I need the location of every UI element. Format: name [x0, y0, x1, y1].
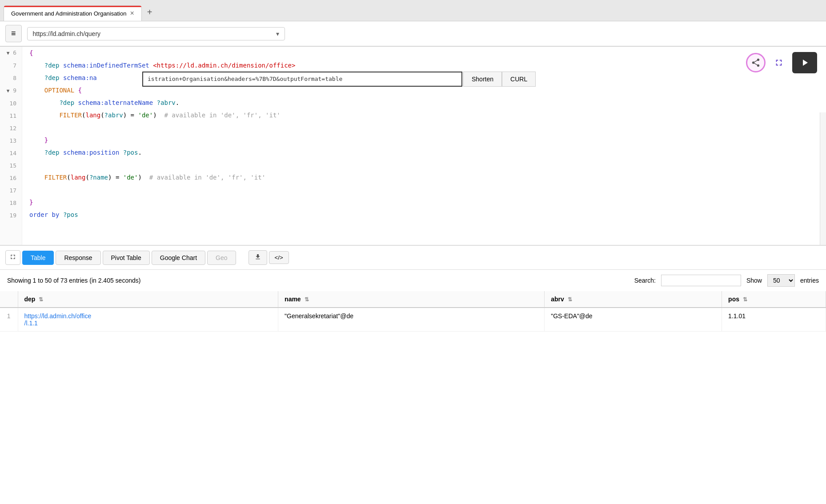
entries-label: entries	[800, 277, 819, 284]
results-tabs-bar: Table Response Pivot Table Google Chart …	[0, 246, 826, 270]
col-num	[0, 291, 18, 308]
editor-scrollbar[interactable]	[820, 112, 826, 245]
download-button[interactable]	[249, 250, 267, 265]
search-input[interactable]	[661, 275, 741, 286]
show-label: Show	[746, 277, 762, 284]
tab-table[interactable]: Table	[22, 251, 54, 265]
tab-geo[interactable]: Geo	[207, 251, 236, 265]
results-count-text: Showing 1 to 50 of 73 entries (in 2.405 …	[7, 277, 140, 284]
run-query-button[interactable]	[792, 52, 817, 73]
tab-pivot-table[interactable]: Pivot Table	[103, 251, 150, 265]
url-popup: istration+Organisation&headers=%7B%7D&ou…	[142, 72, 536, 87]
results-area: Table Response Pivot Table Google Chart …	[0, 246, 826, 332]
dep-link[interactable]: https://ld.admin.ch/office/l.1.1	[24, 312, 92, 327]
expand-editor-button[interactable]	[769, 53, 789, 72]
new-tab-button[interactable]: +	[142, 4, 158, 21]
download-icon	[254, 253, 261, 260]
code-line-14: ?dep schema:position ?pos.	[29, 146, 819, 159]
code-line-17	[29, 184, 819, 196]
url-text: https://ld.admin.ch/query	[33, 30, 273, 37]
code-button[interactable]: </>	[269, 251, 289, 264]
tab-close-button[interactable]: ×	[130, 9, 134, 17]
expand-results-button[interactable]	[5, 250, 20, 265]
tab-response[interactable]: Response	[56, 251, 100, 265]
row-name: "Generalsekretariat"@de	[278, 308, 545, 332]
line-numbers: ▼ 6 7 8 ▼ 9 10 11 12 13 14 15 16 17 18 1…	[0, 47, 22, 245]
expand-small-icon	[9, 253, 16, 260]
expand-icon	[774, 58, 784, 68]
editor-actions	[746, 52, 817, 73]
code-line-11: FILTER(lang(?abrv) = 'de') # available i…	[29, 109, 819, 121]
code-line-13: }	[29, 134, 819, 146]
tab-google-chart[interactable]: Google Chart	[152, 251, 205, 265]
curl-button[interactable]: CURL	[502, 72, 536, 87]
row-num: 1	[0, 308, 18, 332]
code-line-18: }	[29, 196, 819, 208]
url-dropdown-icon[interactable]: ▾	[276, 30, 279, 37]
table-row: 1 https://ld.admin.ch/office/l.1.1 "Gene…	[0, 308, 826, 332]
code-line-12	[29, 121, 819, 134]
code-line-7: ?dep schema:inDefinedTermSet <https://ld…	[29, 59, 819, 72]
code-line-19: order by ?pos	[29, 208, 819, 221]
col-abrv[interactable]: abrv ⇅	[545, 291, 722, 308]
show-entries-select[interactable]: 50 25 100	[767, 274, 795, 287]
shorten-button[interactable]: Shorten	[463, 72, 502, 87]
menu-button[interactable]: ≡	[5, 25, 22, 42]
results-table: dep ⇅ name ⇅ abrv ⇅ pos ⇅ 1 https://ld.a…	[0, 291, 826, 332]
code-line-16: FILTER(lang(?name) = 'de') # available i…	[29, 171, 819, 184]
code-line-10: ?dep schema:alternateName ?abrv.	[29, 96, 819, 109]
row-abrv: "GS-EDA"@de	[545, 308, 722, 332]
col-name[interactable]: name ⇅	[278, 291, 545, 308]
code-line-15	[29, 159, 819, 171]
share-button[interactable]	[746, 53, 766, 72]
results-info-bar: Showing 1 to 50 of 73 entries (in 2.405 …	[0, 270, 826, 291]
search-label: Search:	[634, 277, 656, 284]
col-pos[interactable]: pos ⇅	[722, 291, 826, 308]
url-box[interactable]: https://ld.admin.ch/query ▾	[27, 27, 285, 40]
code-line-6: {	[29, 47, 819, 59]
browser-tab[interactable]: Government and Administration Organisati…	[4, 5, 142, 21]
tab-title: Government and Administration Organisati…	[11, 10, 126, 17]
share-icon	[751, 58, 761, 68]
col-dep[interactable]: dep ⇅	[18, 291, 278, 308]
address-bar: ≡ https://ld.admin.ch/query ▾	[0, 21, 826, 46]
play-icon	[799, 57, 810, 68]
row-pos: 1.1.01	[722, 308, 826, 332]
url-popup-input[interactable]: istration+Organisation&headers=%7B%7D&ou…	[142, 72, 462, 87]
row-dep: https://ld.admin.ch/office/l.1.1	[18, 308, 278, 332]
